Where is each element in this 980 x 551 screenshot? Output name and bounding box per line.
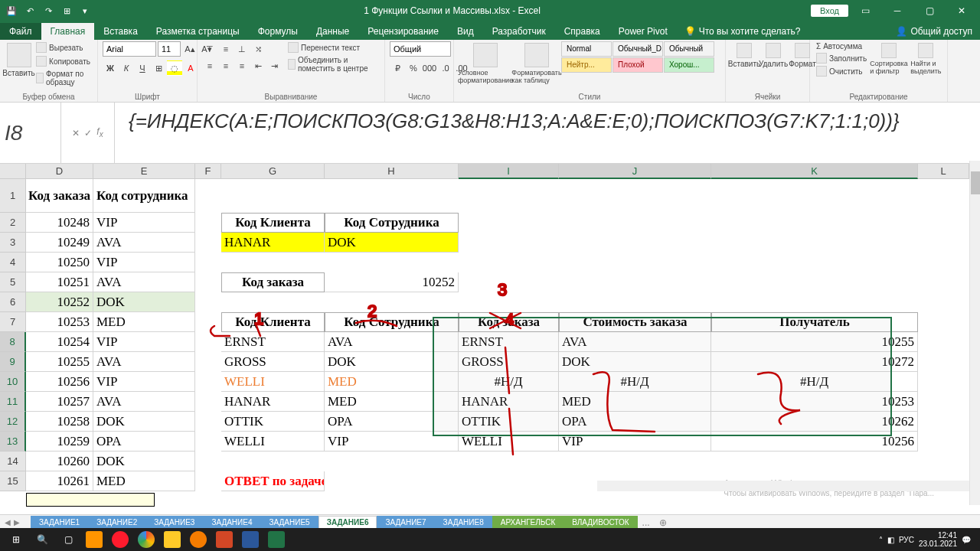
start-button[interactable]: ⊞ bbox=[3, 528, 29, 551]
firefox-icon[interactable] bbox=[81, 528, 107, 551]
cell-E12[interactable]: DOK bbox=[93, 412, 195, 432]
clear-button[interactable]: Очистить bbox=[815, 65, 868, 77]
cell-H5[interactable]: 10252 bbox=[325, 272, 459, 292]
cell-H8[interactable]: AVA bbox=[325, 332, 459, 352]
row-header-4[interactable]: 4 bbox=[0, 253, 26, 272]
italic-button[interactable]: К bbox=[119, 60, 134, 76]
row-header-11[interactable]: 11 bbox=[0, 392, 26, 412]
sheet-tab-ЗАДАНИЕ4[interactable]: ЗАДАНИЕ4 bbox=[203, 516, 260, 530]
cell-K11[interactable]: 10253 bbox=[711, 392, 918, 412]
tray-chevron-icon[interactable]: ˄ bbox=[879, 536, 883, 544]
col-header-J[interactable]: J bbox=[559, 164, 711, 179]
cell-G15[interactable]: ОТВЕТ по задаче bbox=[221, 471, 325, 491]
cell-D14[interactable]: 10260 bbox=[26, 452, 93, 471]
style-good[interactable]: Хорош... bbox=[664, 57, 714, 73]
sort-filter-button[interactable]: Сортировка и фильтр bbox=[870, 41, 908, 77]
cell-G12[interactable]: OTTIK bbox=[221, 412, 325, 432]
cell-J13[interactable]: VIP bbox=[559, 432, 711, 452]
qat-dropdown-icon[interactable]: ▾ bbox=[77, 2, 93, 19]
font-name-combo[interactable] bbox=[103, 41, 156, 57]
tab-layout[interactable]: Разметка страницы bbox=[147, 23, 249, 40]
accept-formula-icon[interactable]: ✓ bbox=[84, 128, 92, 139]
style-regular-d[interactable]: Обычный_D... bbox=[612, 41, 663, 57]
sheet-tab-ВЛАДИВОСТОК[interactable]: ВЛАДИВОСТОК bbox=[564, 516, 637, 530]
row-header-2[interactable]: 2 bbox=[0, 213, 26, 233]
cell-D8[interactable]: 10254 bbox=[26, 332, 93, 352]
tell-me-search[interactable]: 💡Что вы хотите сделать? bbox=[677, 23, 808, 40]
col-header-G[interactable]: G bbox=[221, 164, 325, 179]
tab-formulas[interactable]: Формулы bbox=[249, 23, 307, 40]
align-bottom-icon[interactable]: ⊥ bbox=[234, 41, 250, 57]
tab-home[interactable]: Главная bbox=[41, 23, 95, 40]
tab-nav-right-icon[interactable]: ▶ bbox=[14, 518, 20, 527]
cell-E8[interactable]: VIP bbox=[93, 332, 195, 352]
cell-G11[interactable]: HANAR bbox=[221, 392, 325, 412]
word-icon[interactable] bbox=[237, 528, 263, 551]
indent-inc-icon[interactable]: ⇥ bbox=[266, 58, 282, 73]
cell-H7[interactable]: Код Cотрудника bbox=[325, 312, 459, 332]
undo-icon[interactable]: ↶ bbox=[21, 2, 38, 19]
tab-help[interactable]: Справка bbox=[555, 23, 609, 40]
cell-I9[interactable]: GROSS bbox=[459, 352, 559, 372]
underline-button[interactable]: Ч bbox=[135, 60, 150, 76]
cell-J8[interactable]: AVA bbox=[559, 332, 711, 352]
tab-developer[interactable]: Разработчик bbox=[483, 23, 555, 40]
col-header-F[interactable]: F bbox=[195, 164, 221, 179]
cell-D4[interactable]: 10250 bbox=[26, 253, 93, 272]
worksheet[interactable]: DEFGHIJKL 123456789101112131415 Код зака… bbox=[0, 164, 980, 514]
formula-bar[interactable]: {=ИНДЕКС(A:E;ПОИСКПОЗ(G8:G13&H8:H13;A:A&… bbox=[115, 103, 980, 163]
row-header-12[interactable]: 12 bbox=[0, 412, 26, 432]
cell-G7[interactable]: Код Клиента bbox=[221, 312, 325, 332]
row-header-15[interactable]: 15 bbox=[0, 471, 26, 491]
col-header-D[interactable]: D bbox=[26, 164, 93, 179]
cell-D9[interactable]: 10255 bbox=[26, 352, 93, 372]
row-header-7[interactable]: 7 bbox=[0, 312, 26, 332]
minimize-icon[interactable]: ─ bbox=[882, 0, 913, 21]
cell-E2[interactable]: VIP bbox=[93, 213, 195, 233]
sheet-tab-ЗАДАНИЕ8[interactable]: ЗАДАНИЕ8 bbox=[435, 516, 492, 530]
close-icon[interactable]: ✕ bbox=[946, 0, 977, 21]
sheet-tab-ЗАДАНИЕ6[interactable]: ЗАДАНИЕ6 bbox=[318, 516, 377, 530]
fill-button[interactable]: Заполнить bbox=[815, 52, 868, 64]
merge-button[interactable]: Объединить и поместить в центре bbox=[286, 55, 380, 73]
cell-E6[interactable]: DOK bbox=[93, 292, 195, 312]
currency-icon[interactable]: ₽ bbox=[390, 60, 405, 76]
ribbon-options-icon[interactable]: ▭ bbox=[850, 0, 880, 21]
sheet-tab-ЗАДАНИЕ3[interactable]: ЗАДАНИЕ3 bbox=[145, 516, 203, 530]
chrome-icon[interactable] bbox=[133, 528, 159, 551]
cell-H13[interactable]: VIP bbox=[325, 432, 459, 452]
style-neutral[interactable]: Нейтр... bbox=[561, 57, 612, 73]
sheet-tab-АРХАНГЕЛЬСК[interactable]: АРХАНГЕЛЬСК bbox=[492, 516, 564, 530]
cell-I12[interactable]: OTTIK bbox=[459, 412, 559, 432]
horizontal-scrollbar[interactable] bbox=[597, 481, 969, 491]
sheet-tab-ЗАДАНИЕ5[interactable]: ЗАДАНИЕ5 bbox=[261, 516, 318, 530]
font-color-button[interactable]: A bbox=[183, 60, 198, 76]
cell-G2[interactable]: Код Клиента bbox=[221, 213, 325, 233]
row-header-1[interactable]: 1 bbox=[0, 179, 26, 213]
fill-color-button[interactable]: ◌ bbox=[167, 60, 182, 76]
cond-format-button[interactable]: Условное форматирование bbox=[459, 41, 512, 86]
cell-D5[interactable]: 10251 bbox=[26, 272, 93, 292]
tab-data[interactable]: Данные bbox=[307, 23, 358, 40]
explorer-icon[interactable] bbox=[159, 528, 185, 551]
border-button[interactable]: ⊞ bbox=[151, 60, 166, 76]
align-top-icon[interactable]: ⊤ bbox=[202, 41, 217, 57]
select-all-triangle[interactable] bbox=[0, 164, 26, 179]
cell-H12[interactable]: OPA bbox=[325, 412, 459, 432]
save-icon[interactable]: 💾 bbox=[3, 2, 20, 19]
cell-E1[interactable]: Код сотрудника bbox=[93, 179, 195, 213]
touch-icon[interactable]: ⊞ bbox=[58, 2, 75, 19]
find-button[interactable]: Найти и выделить bbox=[910, 41, 942, 77]
col-header-E[interactable]: E bbox=[93, 164, 195, 179]
row-header-13[interactable]: 13 bbox=[0, 432, 26, 452]
cell-J11[interactable]: MED bbox=[559, 392, 711, 412]
sheet-tab-ЗАДАНИЕ1[interactable]: ЗАДАНИЕ1 bbox=[31, 516, 88, 530]
insert-cells-button[interactable]: Вставить bbox=[730, 41, 758, 70]
powerpoint-icon[interactable] bbox=[211, 528, 237, 551]
paste-button[interactable]: Вставить bbox=[5, 41, 33, 79]
row-header-6[interactable]: 6 bbox=[0, 292, 26, 312]
wrap-text-button[interactable]: Перенести текст bbox=[286, 41, 380, 54]
cancel-formula-icon[interactable]: ✕ bbox=[72, 128, 80, 139]
tray-app-icon[interactable]: ◧ bbox=[887, 536, 894, 544]
cell-G3[interactable]: HANAR bbox=[221, 233, 325, 253]
